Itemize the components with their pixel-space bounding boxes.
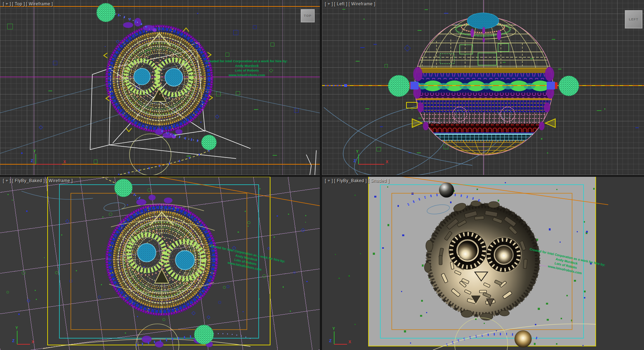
svg-text:Z: Z <box>12 339 15 343</box>
moon-sphere-right[interactable] <box>559 76 579 96</box>
viewport-menu-shading[interactable]: [ Wireframe ] <box>26 1 53 6</box>
planet-shaded[interactable] <box>424 201 540 320</box>
viewport-flyby-shaded[interactable]: Y X Z [ + ][ FlyBy_Baked ][ Shaded ] Cre… <box>322 177 644 350</box>
planet-wireframe-left[interactable] <box>402 13 555 156</box>
axis-gizmo: Y X Z <box>329 326 351 344</box>
viewcube-top[interactable]: TOP <box>301 9 314 22</box>
axis-z-label: Z <box>31 159 33 163</box>
viewport-menu-general[interactable]: [ + ] <box>3 178 11 183</box>
viewport-left-label: [ + ][ Left ][ Wireframe ] <box>325 1 376 6</box>
svg-text:Y: Y <box>15 326 18 330</box>
viewport-menu-general[interactable]: [ + ] <box>3 1 11 6</box>
viewport-menu-shading[interactable]: [ Shaded ] <box>368 178 389 183</box>
moon-sphere-bottom-shaded[interactable] <box>514 330 532 347</box>
moon-sphere-top[interactable] <box>97 3 115 22</box>
svg-text:X: X <box>386 160 389 164</box>
viewport-top-label: [ + ][ Top ][ Wireframe ] <box>3 1 54 6</box>
moon-sphere-top[interactable] <box>114 179 132 197</box>
viewport-flyby-wire-label: [ + ][ FlyBy_Baked ][ Wireframe ] <box>3 178 74 183</box>
moon-sphere-left[interactable] <box>388 75 410 97</box>
quad-viewport-layout: Y X Z [ + ][ Top ][ Wireframe ] TOP Crea… <box>0 0 644 350</box>
viewport-menu-general[interactable]: [ + ] <box>325 178 333 183</box>
svg-text:Y: Y <box>356 149 359 154</box>
svg-text:Z: Z <box>353 159 356 163</box>
planet-left-eye[interactable] <box>445 228 490 273</box>
axis-x-label: X <box>63 160 66 164</box>
svg-text:X: X <box>31 340 34 344</box>
axis-gizmo: Y X Z <box>353 149 389 164</box>
planet-wireframe-flyby[interactable] <box>106 204 218 315</box>
viewport-menu-pov[interactable]: [ Left ] <box>334 1 347 6</box>
viewport-menu-pov[interactable]: [ FlyBy_Baked ] <box>334 178 367 183</box>
orbit-circle <box>130 134 171 175</box>
axis-gizmo: Y X Z <box>12 326 34 344</box>
scene-watermark: Created for Intel Corporation as a work … <box>206 59 288 77</box>
viewport-menu-pov[interactable]: [ FlyBy_Baked ] <box>12 178 45 183</box>
viewport-menu-shading[interactable]: [ Wireframe ] <box>348 1 375 6</box>
planet-wireframe-top[interactable] <box>106 25 213 132</box>
viewport-menu-pov[interactable]: [ Top ] <box>12 1 25 6</box>
viewport-left-scene: Y X Z <box>322 0 644 175</box>
viewport-menu-general[interactable]: [ + ] <box>325 1 333 6</box>
moon-sphere-bottom[interactable] <box>201 135 216 150</box>
moon-sphere-top-shaded[interactable] <box>439 183 454 198</box>
selection-rect <box>406 102 417 108</box>
svg-text:X: X <box>348 340 351 344</box>
planet-right-eye[interactable] <box>484 235 524 275</box>
viewport-top-scene: Y X Z <box>0 0 320 175</box>
moon-sphere-bottom[interactable] <box>194 325 214 344</box>
viewport-menu-shading[interactable]: [ Wireframe ] <box>46 178 73 183</box>
viewport-top[interactable]: Y X Z [ + ][ Top ][ Wireframe ] TOP Crea… <box>0 0 320 175</box>
svg-text:Y: Y <box>332 326 335 331</box>
svg-text:Z: Z <box>329 339 332 343</box>
axis-gizmo: Y X Z <box>31 149 66 164</box>
axis-y-label: Y <box>33 149 36 153</box>
viewport-left[interactable]: Y X Z [ + ][ Left ][ Wireframe ] LEFT <box>322 0 644 175</box>
viewport-flyby-shaded-label: [ + ][ FlyBy_Baked ][ Shaded ] <box>325 178 390 183</box>
viewcube-left[interactable]: LEFT <box>625 10 642 28</box>
viewport-flyby-wireframe[interactable]: Y X Z [ + ][ FlyBy_Baked ][ Wireframe ] … <box>0 177 320 350</box>
